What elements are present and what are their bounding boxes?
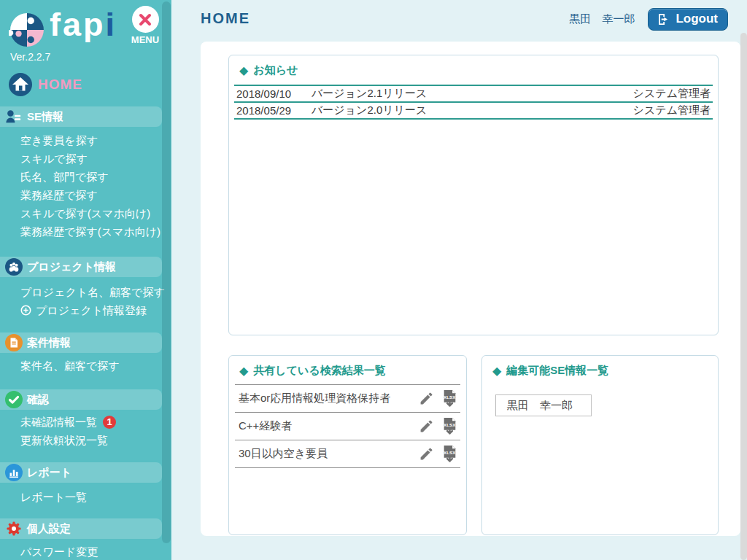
sidebar-item-search-by-history[interactable]: 業務経歴で探す: [0, 186, 171, 204]
edit-pencil-icon[interactable]: [419, 446, 434, 462]
editable-se-entry[interactable]: 黒田 幸一郎: [495, 394, 592, 416]
person-id-icon: [5, 108, 23, 125]
check-circle-icon: [5, 391, 23, 408]
shared-result-row: 30日以内空き要員 XLSX: [235, 440, 460, 468]
shared-results-panel: ◆ 共有している検索結果一覧 基本or応用情報処理資格保持者 XLSX: [228, 355, 467, 535]
sidebar-item-report-list[interactable]: レポート一覧: [0, 488, 171, 506]
sidebar-item-register-project[interactable]: プロジェクト情報登録: [0, 301, 171, 319]
notice-author: システム管理者: [633, 104, 711, 117]
shared-result-link[interactable]: 30日以内空き要員: [235, 447, 419, 461]
gear-icon: [5, 520, 23, 537]
sidebar-item-change-password[interactable]: パスワード変更: [0, 542, 171, 560]
shared-result-link[interactable]: 基本or応用情報処理資格保持者: [235, 392, 419, 405]
sidebar-item-search-case[interactable]: 案件名、顧客で探す: [0, 357, 171, 375]
section-confirm: 確認: [0, 389, 162, 410]
plus-circle-icon: [20, 305, 31, 316]
shared-result-link[interactable]: C++経験者: [235, 419, 419, 433]
sidebar-item-search-by-history-mobile[interactable]: 業務経歴で探す(スマホ向け): [0, 222, 171, 241]
notice-row: 2018/05/29 バージョン2.0リリース システム管理者: [234, 103, 713, 120]
app-logo: fapi: [9, 4, 117, 48]
sidebar-item-unconfirmed-list[interactable]: 未確認情報一覧 1: [0, 413, 171, 431]
editable-se-title: ◆ 編集可能SE情報一覧: [482, 356, 718, 384]
sidebar-item-search-by-skill[interactable]: スキルで探す: [0, 149, 171, 168]
page-scrollbar[interactable]: [740, 33, 747, 560]
xlsx-download-icon[interactable]: XLSX: [441, 389, 459, 408]
svg-text:XLSX: XLSX: [444, 450, 456, 455]
edit-pencil-icon[interactable]: [419, 419, 434, 434]
close-icon: [136, 11, 154, 28]
shared-results-title: ◆ 共有している検索結果一覧: [229, 356, 466, 384]
menu-close-button[interactable]: MENU: [128, 6, 162, 45]
sidebar-item-search-by-name-dept[interactable]: 氏名、部門で探す: [0, 168, 171, 186]
notice-text: バージョン2.1リリース: [311, 87, 633, 101]
unconfirmed-count-badge: 1: [103, 416, 116, 429]
editable-se-panel: ◆ 編集可能SE情報一覧 黒田 幸一郎: [481, 355, 719, 535]
sidebar: fapi MENU Ver.2.2.7 HOME SE情報: [0, 0, 171, 560]
diamond-icon: ◆: [239, 364, 248, 378]
diamond-icon: ◆: [239, 63, 248, 77]
notice-date: 2018/09/10: [236, 88, 311, 100]
notices-panel: ◆ お知らせ 2018/09/10 バージョン2.1リリース システム管理者 2…: [228, 55, 719, 335]
home-icon: [9, 73, 32, 96]
sidebar-item-home[interactable]: HOME: [9, 73, 82, 96]
notice-author: システム管理者: [633, 87, 711, 101]
shared-result-row: 基本or応用情報処理資格保持者 XLSX: [235, 385, 460, 413]
logout-button[interactable]: Logout: [648, 8, 728, 31]
sidebar-scrollbar[interactable]: [162, 1, 171, 543]
app-version: Ver.2.2.7: [10, 51, 50, 63]
logged-in-user: 黒田 幸一郎: [569, 12, 635, 26]
page-title: HOME: [201, 10, 250, 27]
sidebar-item-update-request-list[interactable]: 更新依頼状況一覧: [0, 431, 171, 449]
sidebar-item-search-by-skill-mobile[interactable]: スキルで探す(スマホ向け): [0, 204, 171, 222]
xlsx-download-icon[interactable]: XLSX: [441, 445, 459, 463]
sidebar-item-search-project[interactable]: プロジェクト名、顧客で探す: [0, 283, 171, 301]
diamond-icon: ◆: [492, 364, 501, 378]
section-report: レポート: [0, 462, 162, 483]
svg-text:XLSX: XLSX: [444, 422, 456, 427]
bar-chart-icon: [5, 464, 23, 481]
section-project-info: プロジェクト情報: [0, 257, 162, 277]
app-name: fapi: [50, 4, 117, 45]
notices-title: ◆ お知らせ: [229, 55, 718, 84]
puzzle-logo-icon: [9, 12, 45, 48]
section-personal-settings: 個人設定: [0, 518, 162, 539]
edit-pencil-icon[interactable]: [419, 391, 434, 406]
people-group-icon: [5, 258, 23, 276]
svg-text:XLSX: XLSX: [444, 394, 456, 400]
section-se-info: SE情報: [0, 106, 162, 127]
notice-row: 2018/09/10 バージョン2.1リリース システム管理者: [234, 86, 713, 103]
notice-date: 2018/05/29: [236, 104, 311, 117]
section-case-info: 案件情報: [0, 332, 162, 353]
main-content-card: ◆ お知らせ 2018/09/10 バージョン2.1リリース システム管理者 2…: [201, 42, 740, 536]
document-icon: [5, 334, 23, 351]
notice-text: バージョン2.0リリース: [311, 104, 633, 117]
shared-result-row: C++経験者 XLSX: [235, 413, 460, 440]
xlsx-download-icon[interactable]: XLSX: [441, 417, 459, 435]
sidebar-item-search-available[interactable]: 空き要員を探す: [0, 131, 171, 149]
logout-door-icon: [657, 12, 670, 26]
